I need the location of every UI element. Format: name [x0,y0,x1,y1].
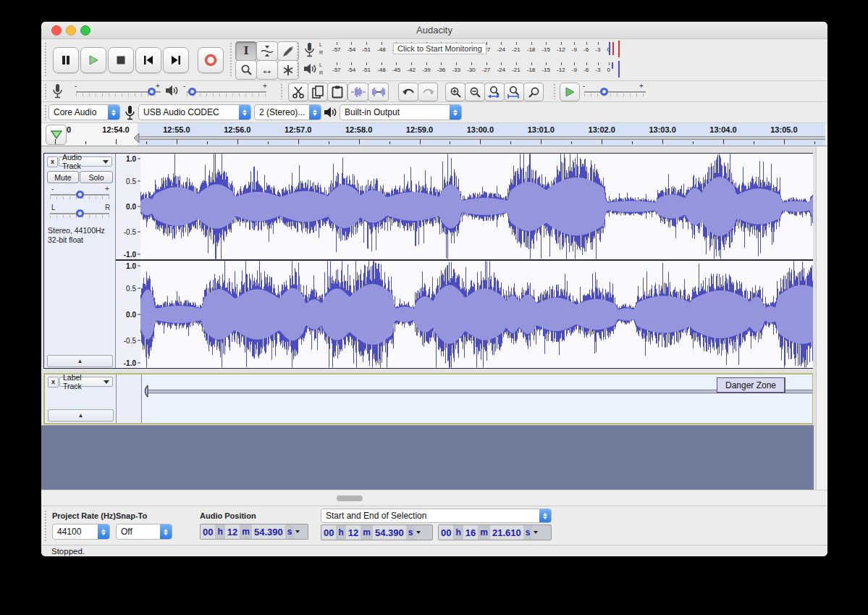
chevron-updown-icon [160,524,172,539]
hours-value[interactable]: 00 [439,525,453,540]
time-shift-tool-button[interactable]: ↔ [256,60,278,80]
redo-button[interactable] [418,83,438,101]
audio-host-select[interactable]: Core Audio [49,104,120,120]
selection-start-bracket-icon[interactable] [133,133,140,143]
waveform-canvas-ch1[interactable] [140,154,813,259]
quick-play-bar[interactable] [140,136,825,140]
vertical-ruler-ch2[interactable]: 1.00.50.0-0.5-1.0 [116,261,140,368]
slider-thumb[interactable] [76,191,84,198]
zoom-toggle-button[interactable] [523,83,544,101]
toolbar-grip[interactable] [280,83,284,99]
label-start-handle-icon[interactable] [142,385,149,398]
minutes-value[interactable]: 12 [225,524,240,539]
close-track-button[interactable]: x [48,377,59,388]
label-text-box[interactable]: Danger Zone [717,377,785,393]
meter-scale-number: -27 [482,62,491,73]
pin-playhead-button[interactable] [46,125,67,145]
monitoring-hint[interactable]: Click to Start Monitoring [393,43,486,54]
selection-start-field[interactable]: 00h12m54.390s [321,524,433,540]
recording-channels-select[interactable]: 2 (Stereo)... [254,104,321,120]
seconds-value[interactable]: 54.390 [252,524,285,539]
audio-position-field[interactable]: 00h12m54.390s [200,524,308,540]
stop-button[interactable] [108,47,134,73]
zoom-in-button[interactable] [445,83,465,101]
toolbar-grip[interactable] [44,510,48,542]
zoom-tool-button[interactable] [235,60,257,80]
hours-value[interactable]: 00 [321,525,336,540]
close-track-button[interactable]: x [47,156,58,167]
collapse-track-button[interactable]: ▲ [48,409,114,422]
minutes-value[interactable]: 16 [463,525,478,540]
toolbar-grip[interactable] [44,104,48,120]
ruler-tick [55,139,56,144]
skip-to-start-button[interactable] [135,47,161,73]
waveform-channel-1[interactable] [140,154,813,259]
timefield-dropdown-icon[interactable] [415,531,422,534]
horizontal-scrollbar[interactable] [41,490,827,506]
envelope-tool-button[interactable] [256,41,278,61]
slider-thumb[interactable] [148,88,156,96]
meter-scale-number: -9 [572,62,577,73]
timefield-dropdown-icon[interactable] [532,531,539,534]
copy-button[interactable] [308,83,328,101]
mute-button[interactable]: Mute [47,171,79,183]
toolbar-grip[interactable] [44,83,48,99]
toolbar-grip[interactable] [44,42,48,78]
silence-audio-button[interactable] [368,83,389,101]
cut-button[interactable] [288,83,308,101]
selection-tool-button[interactable]: I [235,41,257,61]
minutes-value[interactable]: 12 [346,525,361,540]
seconds-value[interactable]: 54.390 [373,525,406,540]
playback-meter[interactable]: -57-54-51-48-45-42-39-36-33-30-27-24-21-… [328,60,620,79]
title-bar[interactable]: Audacity [41,22,827,39]
toolbar-grip[interactable] [296,42,300,78]
paste-button[interactable] [327,83,347,101]
speaker-icon [324,106,338,119]
pan-slider[interactable] [50,209,109,219]
trim-audio-button[interactable] [347,83,368,101]
collapse-track-button[interactable]: ▲ [47,355,113,367]
play-speed-slider[interactable] [584,87,646,97]
slider-thumb[interactable] [76,209,84,217]
fit-project-button[interactable] [504,83,524,101]
fit-selection-button[interactable] [484,83,505,101]
record-button[interactable] [198,47,224,73]
label-track-name-menu[interactable]: Label Track [59,377,113,387]
recording-meter[interactable]: -57-54-51-48-45-42-39-36-33-30-27-24-21-… [328,40,620,59]
selection-mode-select[interactable]: Start and End of Selection [321,509,552,523]
toolbar-grip[interactable] [553,83,557,99]
slider-thumb[interactable] [188,88,196,96]
project-rate-select[interactable]: 44100 [52,524,110,540]
audio-track-name-menu[interactable]: Audio Track [59,156,112,167]
play-button[interactable] [80,47,106,73]
play-icon [88,55,98,65]
seconds-value[interactable]: 21.610 [490,525,523,540]
hours-value[interactable]: 00 [201,524,215,539]
playback-volume-slider[interactable] [187,87,266,97]
timefield-dropdown-icon[interactable] [294,530,301,533]
timeline-ruler[interactable]: 0 12:54.012:55.012:56.012:57.012:58.012:… [41,123,827,146]
gain-slider[interactable] [50,190,109,200]
hours-unit: h [215,524,224,539]
vertical-scrollbar[interactable] [816,146,827,490]
recording-device-select[interactable]: USB Audio CODEC [138,104,251,120]
horizontal-scrollbar-thumb[interactable] [337,495,363,501]
waveform-channel-2[interactable] [140,261,813,368]
playback-device-select[interactable]: Built-in Output [340,104,462,120]
pause-button[interactable] [53,47,79,73]
copy-icon [311,85,324,99]
toolbar-grip[interactable] [229,42,233,78]
skip-to-end-button[interactable] [163,47,189,73]
undo-button[interactable] [398,83,418,101]
zoom-out-button[interactable] [465,83,485,101]
playback-meter-scale: -57-54-51-48-45-42-39-36-33-30-27-24-21-… [332,62,610,73]
slider-thumb[interactable] [600,88,608,96]
project-rate-label: Project Rate (Hz) [52,511,116,520]
label-track-content[interactable]: Danger Zone [141,375,812,423]
selection-end-field[interactable]: 00h16m21.610s [438,524,552,540]
waveform-canvas-ch2[interactable] [140,261,813,368]
recording-volume-slider[interactable] [76,87,161,97]
snap-to-select[interactable]: Off [116,524,172,540]
play-at-speed-button[interactable] [560,83,580,101]
solo-button[interactable]: Solo [80,171,113,183]
